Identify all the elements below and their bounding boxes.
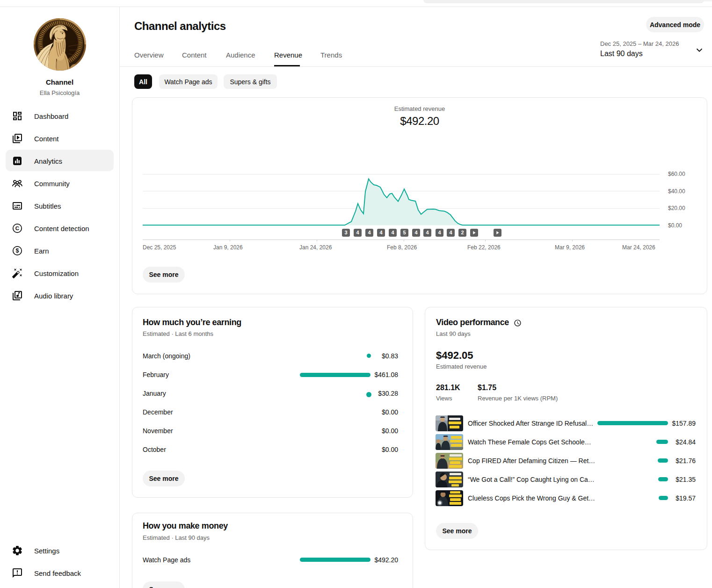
svg-text:C: C	[15, 225, 19, 231]
svg-text:$: $	[16, 247, 19, 254]
